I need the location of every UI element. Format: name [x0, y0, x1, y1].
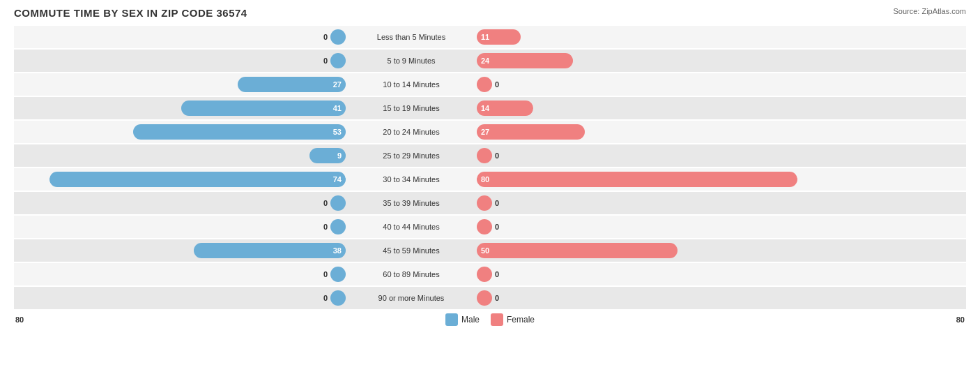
- chart-row: 925 to 29 Minutes0: [14, 144, 966, 167]
- chart-row: 040 to 44 Minutes0: [14, 216, 966, 238]
- male-value-label: 0: [323, 294, 328, 302]
- chart-row: 0Less than 5 Minutes11: [14, 26, 966, 48]
- female-bar-area: 0: [474, 290, 809, 306]
- chart-legend: 80 Male Female 80: [14, 313, 966, 326]
- male-bar: 53: [133, 124, 346, 140]
- chart-row: 2710 to 14 Minutes0: [14, 73, 966, 96]
- female-bar-area: 14: [474, 100, 809, 116]
- row-label: 45 to 59 Minutes: [349, 246, 474, 255]
- female-bar: 14: [477, 100, 533, 116]
- row-label: 40 to 44 Minutes: [349, 223, 474, 231]
- legend-male: Male: [445, 313, 480, 326]
- legend-right-value: 80: [923, 315, 965, 324]
- female-bar-area: 0: [474, 195, 809, 211]
- male-bar-area: 53: [14, 124, 349, 140]
- female-bar: 50: [477, 243, 677, 258]
- female-bar: 24: [477, 53, 573, 68]
- male-bar-area: 9: [14, 148, 349, 163]
- female-bar: [477, 219, 492, 234]
- male-bar: [330, 267, 346, 282]
- male-bar-area: 0: [14, 29, 349, 45]
- female-swatch: [491, 313, 503, 326]
- female-bar-area: 50: [474, 243, 809, 258]
- row-label: 15 to 19 Minutes: [349, 104, 474, 112]
- row-label: 20 to 24 Minutes: [349, 128, 474, 136]
- chart-row: 05 to 9 Minutes24: [14, 50, 966, 72]
- male-bar: [330, 290, 346, 306]
- legend-left-value: 80: [15, 315, 57, 324]
- female-bar-area: 24: [474, 53, 809, 68]
- female-bar-area: 11: [474, 29, 809, 45]
- chart-row: 090 or more Minutes0: [14, 287, 966, 309]
- male-bar-area: 0: [14, 219, 349, 234]
- chart-row: 5320 to 24 Minutes27: [14, 121, 966, 143]
- legend-female-label: Female: [507, 315, 535, 325]
- row-label: 60 to 89 Minutes: [349, 270, 474, 278]
- female-bar: [477, 290, 492, 306]
- male-bar: 9: [309, 148, 346, 163]
- female-bar-area: 0: [474, 219, 809, 234]
- male-bar-area: 41: [14, 100, 349, 116]
- female-bar-area: 0: [474, 148, 809, 163]
- chart-row: 3845 to 59 Minutes50: [14, 239, 966, 262]
- female-value-label: 0: [495, 294, 499, 302]
- female-value-label: 0: [495, 199, 499, 207]
- female-value-label: 0: [495, 80, 499, 89]
- chart-row: 4115 to 19 Minutes14: [14, 97, 966, 119]
- male-bar: [330, 53, 346, 68]
- male-bar-area: 0: [14, 290, 349, 306]
- male-bar-area: 27: [14, 77, 349, 92]
- female-bar: [477, 195, 492, 211]
- female-bar-area: 0: [474, 77, 809, 92]
- row-label: 25 to 29 Minutes: [349, 151, 474, 160]
- male-bar: [330, 219, 346, 234]
- chart-header: COMMUTE TIME BY SEX IN ZIP CODE 36574 So…: [14, 7, 966, 19]
- row-label: 35 to 39 Minutes: [349, 199, 474, 207]
- legend-female: Female: [491, 313, 535, 326]
- female-value-label: 0: [495, 223, 499, 231]
- male-value-label: 0: [323, 223, 328, 231]
- chart-source: Source: ZipAtlas.com: [893, 7, 966, 15]
- male-bar: [330, 29, 346, 45]
- male-bar: 27: [238, 77, 346, 92]
- chart-area: 0Less than 5 Minutes1105 to 9 Minutes242…: [14, 26, 966, 309]
- female-bar-area: 27: [474, 124, 809, 140]
- female-value-label: 0: [495, 270, 499, 278]
- female-bar: [477, 77, 492, 92]
- male-bar: [330, 195, 346, 211]
- female-bar-area: 0: [474, 267, 809, 282]
- row-label: 30 to 34 Minutes: [349, 175, 474, 184]
- male-value-label: 0: [323, 33, 328, 41]
- female-value-label: 0: [495, 151, 499, 160]
- legend-male-label: Male: [461, 315, 480, 325]
- chart-row: 060 to 89 Minutes0: [14, 263, 966, 285]
- chart-row: 035 to 39 Minutes0: [14, 192, 966, 214]
- male-bar-area: 74: [14, 172, 349, 187]
- female-bar: [477, 148, 492, 163]
- male-bar: 41: [181, 100, 346, 116]
- female-bar-area: 80: [474, 172, 809, 187]
- male-bar: 74: [49, 172, 346, 187]
- female-bar: [477, 267, 492, 282]
- male-bar-area: 0: [14, 53, 349, 68]
- row-label: Less than 5 Minutes: [349, 33, 474, 41]
- row-label: 90 or more Minutes: [349, 294, 474, 302]
- male-bar: 38: [194, 243, 346, 258]
- row-label: 5 to 9 Minutes: [349, 57, 474, 65]
- row-label: 10 to 14 Minutes: [349, 80, 474, 89]
- female-bar: 27: [477, 124, 585, 140]
- female-bar: 80: [477, 172, 797, 187]
- male-bar-area: 0: [14, 195, 349, 211]
- female-bar: 11: [477, 29, 521, 45]
- chart-title: COMMUTE TIME BY SEX IN ZIP CODE 36574: [14, 7, 247, 19]
- male-value-label: 0: [323, 270, 328, 278]
- male-swatch: [445, 313, 458, 326]
- male-bar-area: 38: [14, 243, 349, 258]
- male-value-label: 0: [323, 199, 328, 207]
- male-bar-area: 0: [14, 267, 349, 282]
- male-value-label: 0: [323, 57, 328, 65]
- chart-row: 7430 to 34 Minutes80: [14, 168, 966, 191]
